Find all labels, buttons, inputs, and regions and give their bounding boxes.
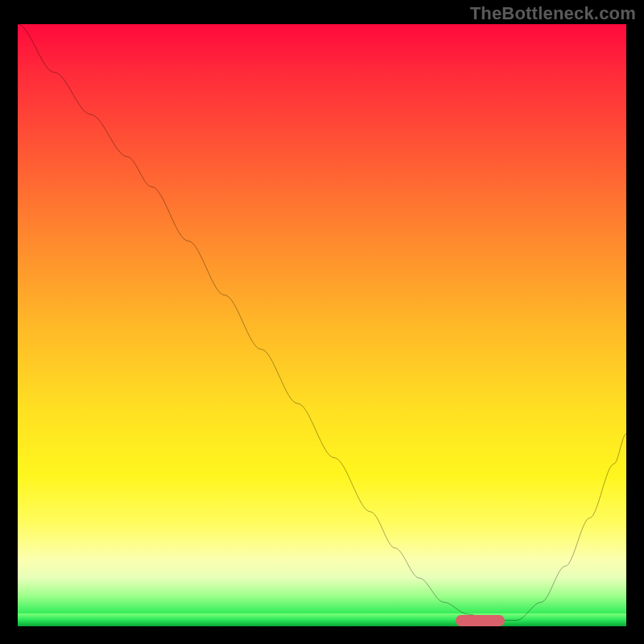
optimal-range-marker — [456, 615, 504, 626]
x-axis-line — [16, 626, 628, 628]
chart-container: TheBottleneck.com — [0, 0, 644, 644]
y-axis-line — [16, 23, 18, 628]
watermark-text: TheBottleneck.com — [470, 3, 636, 24]
bottleneck-curve — [18, 24, 626, 626]
